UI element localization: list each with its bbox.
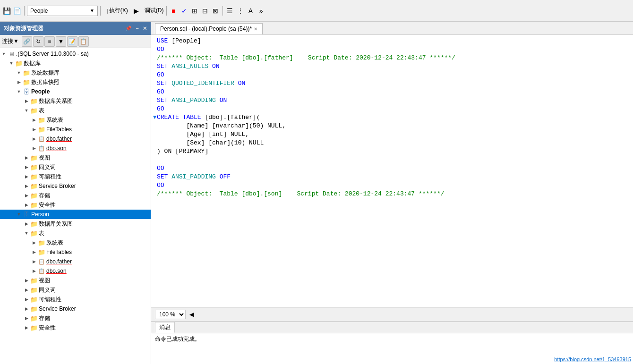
expand-icon-dbo-father-1[interactable]: ▶ bbox=[30, 135, 38, 143]
messages-tab[interactable]: 消息 bbox=[155, 322, 175, 333]
code-line-12[interactable]: [Age] [int] NULL, bbox=[151, 130, 633, 139]
icon-align2[interactable]: ⋮ bbox=[236, 6, 245, 16]
oe-btn-connect[interactable]: 🔗 bbox=[22, 36, 32, 47]
icon-text[interactable]: A bbox=[246, 6, 256, 16]
tree-item-server[interactable]: ▼🖥.(SQL Server 11.0.3000 - sa) bbox=[0, 49, 151, 59]
tree-item-snapshots[interactable]: ▶📁数据库快照 bbox=[0, 77, 151, 87]
tree-item-svcbroker-1[interactable]: ▶📁Service Broker bbox=[0, 181, 151, 191]
editor-tab[interactable]: Person.sql - (local).People (sa (54))* ✕ bbox=[155, 23, 263, 34]
tree-item-security-2[interactable]: ▶📁安全性 bbox=[0, 323, 151, 332]
run-icon[interactable]: ▶ bbox=[134, 7, 139, 15]
tree-item-synonyms-1[interactable]: ▶📁同义词 bbox=[0, 162, 151, 172]
tree-item-prog-1[interactable]: ▶📁可编程性 bbox=[0, 172, 151, 181]
icon-check[interactable]: ✓ bbox=[180, 6, 189, 16]
code-line-1[interactable]: USE [People] bbox=[151, 37, 633, 45]
expand-icon-prog-2[interactable]: ▶ bbox=[23, 296, 30, 303]
code-line-11[interactable]: [Name] [nvarchar](50) NULL, bbox=[151, 122, 633, 130]
code-line-8[interactable]: SET ANSI_PADDING ON bbox=[151, 96, 633, 105]
tree-item-dbo-son-1[interactable]: ▶📋dbo.son bbox=[0, 144, 151, 153]
expand-icon-server[interactable]: ▼ bbox=[0, 50, 8, 58]
code-line-4[interactable]: SET ANSI_NULLS ON bbox=[151, 62, 633, 71]
oe-pin-icon[interactable]: 📌 bbox=[125, 25, 132, 32]
code-line-14[interactable]: ) ON [PRIMARY] bbox=[151, 147, 633, 156]
expand-icon-prog-1[interactable]: ▶ bbox=[23, 173, 30, 180]
expand-icon-tables-2[interactable]: ▼ bbox=[23, 229, 30, 237]
code-line-7[interactable]: GO bbox=[151, 88, 633, 96]
icon-save[interactable]: 💾 bbox=[2, 6, 11, 16]
expand-icon-storage-1[interactable]: ▶ bbox=[23, 192, 30, 199]
tree-item-dbo-father-2[interactable]: ▶📋dbo.father bbox=[0, 257, 151, 266]
tree-item-security-1[interactable]: ▶📁安全性 bbox=[0, 200, 151, 210]
tree-item-tables-1[interactable]: ▼📁表 bbox=[0, 106, 151, 115]
oe-btn-stop[interactable]: ■ bbox=[44, 36, 55, 47]
oe-btn-summary[interactable]: 📋 bbox=[78, 36, 89, 47]
expand-icon-databases[interactable]: ▼ bbox=[8, 59, 15, 67]
expand-icon-system-dbs[interactable]: ▼ bbox=[15, 69, 23, 76]
code-line-15[interactable] bbox=[151, 156, 633, 164]
debug-label[interactable]: 调试(D) bbox=[145, 7, 164, 14]
expand-icon-diagrams-2[interactable]: ▶ bbox=[23, 220, 30, 228]
oe-btn-filter[interactable]: ▼ bbox=[56, 36, 66, 47]
tree-item-views-2[interactable]: ▶📁视图 bbox=[0, 276, 151, 285]
code-line-3[interactable]: /****** Object: Table [dbo].[father] Scr… bbox=[151, 54, 633, 62]
oe-btn-refresh[interactable]: ↻ bbox=[33, 36, 43, 47]
db-selector[interactable]: People ▼ bbox=[27, 6, 98, 16]
expand-icon-filetables-2[interactable]: ▶ bbox=[30, 248, 38, 256]
icon-grid3[interactable]: ⊠ bbox=[211, 6, 220, 16]
code-line-16[interactable]: GO bbox=[151, 164, 633, 173]
tree-item-filetables-2[interactable]: ▶📁FileTables bbox=[0, 247, 151, 257]
tree-item-svcbroker-2[interactable]: ▶📁Service Broker bbox=[0, 304, 151, 313]
expand-icon-dbo-son-1[interactable]: ▶ bbox=[30, 144, 38, 152]
expand-icon-dbo-son-2[interactable]: ▶ bbox=[30, 267, 38, 275]
code-line-17[interactable]: SET ANSI_PADDING OFF bbox=[151, 173, 633, 181]
expand-icon-db-people-1[interactable]: ▼ bbox=[15, 88, 23, 95]
expand-icon-storage-2[interactable]: ▶ bbox=[23, 314, 30, 322]
oe-close-icon[interactable]: ✕ bbox=[143, 25, 147, 32]
tree-item-filetables-1[interactable]: ▶📁FileTables bbox=[0, 125, 151, 134]
icon-align1[interactable]: ☰ bbox=[225, 6, 235, 16]
connect-label[interactable]: 连接▼ bbox=[2, 37, 19, 45]
expand-icon-snapshots[interactable]: ▶ bbox=[15, 78, 23, 86]
icon-stop[interactable]: ■ bbox=[169, 6, 179, 16]
tree-item-system-dbs[interactable]: ▼📁系统数据库 bbox=[0, 68, 151, 77]
expand-icon-sys-tables-1[interactable]: ▶ bbox=[30, 116, 38, 124]
code-editor[interactable]: USE [People]GO/****** Object: Table [dbo… bbox=[151, 35, 633, 307]
expand-icon-dbo-father-2[interactable]: ▶ bbox=[30, 258, 38, 265]
code-line-13[interactable]: [Sex] [char](10) NULL bbox=[151, 139, 633, 147]
code-line-9[interactable]: GO bbox=[151, 105, 633, 113]
menu-debug[interactable]: 调试(D) bbox=[145, 7, 164, 15]
tree-item-diagrams-1[interactable]: ▶📁数据库关系图 bbox=[0, 96, 151, 106]
icon-grid2[interactable]: ⊟ bbox=[200, 6, 210, 16]
tree-item-storage-2[interactable]: ▶📁存储 bbox=[0, 313, 151, 323]
tree-item-tables-2[interactable]: ▼📁表 bbox=[0, 229, 151, 238]
code-line-6[interactable]: SET QUOTED_IDENTIFIER ON bbox=[151, 79, 633, 88]
expand-icon-views-1[interactable]: ▶ bbox=[23, 154, 30, 161]
code-line-5[interactable]: GO bbox=[151, 71, 633, 79]
tree-item-dbo-son-2[interactable]: ▶📋dbo.son bbox=[0, 266, 151, 276]
menu-execute[interactable]: | 执行(X) bbox=[107, 7, 128, 15]
tree-item-sys-tables-1[interactable]: ▶📁系统表 bbox=[0, 115, 151, 125]
oe-minimize-icon[interactable]: － bbox=[135, 25, 140, 32]
expand-icon-synonyms-1[interactable]: ▶ bbox=[23, 163, 30, 171]
tree-item-sys-tables-2[interactable]: ▶📁系统表 bbox=[0, 238, 151, 247]
expand-icon-svcbroker-2[interactable]: ▶ bbox=[23, 305, 30, 313]
tree-item-db-person-2[interactable]: ▼🗄Person bbox=[0, 210, 151, 219]
expand-icon-security-2[interactable]: ▶ bbox=[23, 324, 30, 331]
icon-more[interactable]: » bbox=[257, 6, 266, 16]
tree-item-views-1[interactable]: ▶📁视图 bbox=[0, 153, 151, 162]
code-line-19[interactable]: /****** Object: Table [dbo].[son] Script… bbox=[151, 190, 633, 198]
expand-icon-svcbroker-1[interactable]: ▶ bbox=[23, 182, 30, 190]
execute-label[interactable]: 执行(X) bbox=[109, 7, 128, 15]
code-line-18[interactable]: GO bbox=[151, 181, 633, 190]
expand-icon-security-1[interactable]: ▶ bbox=[23, 201, 30, 209]
expand-icon-tables-1[interactable]: ▼ bbox=[23, 107, 30, 114]
expand-icon-db-person-2[interactable]: ▼ bbox=[15, 211, 23, 218]
icon-new[interactable]: 📄 bbox=[12, 6, 22, 16]
code-line-10[interactable]: ▼CREATE TABLE [dbo].[father]( bbox=[151, 113, 633, 122]
expand-icon-views-2[interactable]: ▶ bbox=[23, 277, 30, 284]
expand-icon-sys-tables-2[interactable]: ▶ bbox=[30, 239, 38, 246]
tree-item-storage-1[interactable]: ▶📁存储 bbox=[0, 191, 151, 200]
statusbar-arrow[interactable]: ◀ bbox=[189, 311, 194, 318]
tree-item-diagrams-2[interactable]: ▶📁数据库关系图 bbox=[0, 219, 151, 229]
tree-item-databases[interactable]: ▼📁数据库 bbox=[0, 59, 151, 68]
